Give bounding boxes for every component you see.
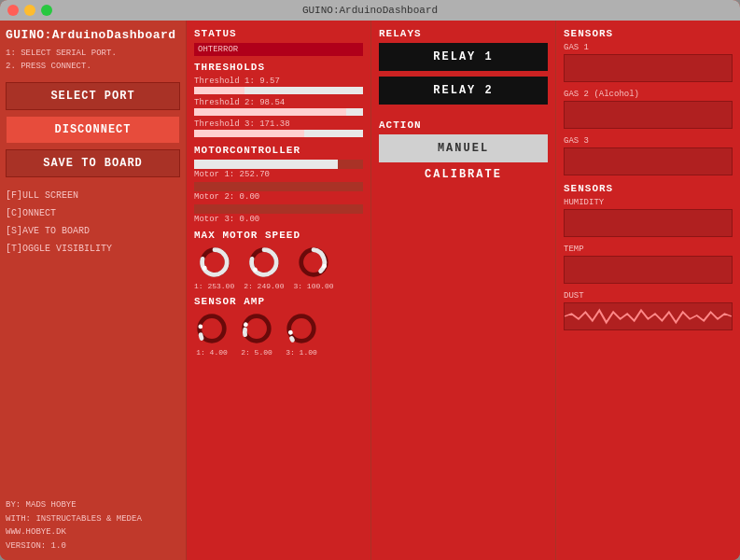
motor-2: Motor 2: 0.00 (194, 182, 363, 202)
select-port-button[interactable]: SELECT PORT (6, 82, 180, 110)
sidebar-subtitle: 1: SELECT SERIAL PORT. 2. PRESS CONNECT. (6, 48, 180, 73)
titlebar: GUINO:ArduinoDashboard (0, 0, 740, 21)
max-motor-knobs: 1: 253.00 2: 249.00 (194, 245, 363, 290)
sensor-knob-3[interactable]: 3: 1.00 (284, 311, 319, 357)
temp-container: TEMP (564, 245, 733, 284)
menu-fullscreen[interactable]: [F]ULL SCREEN (6, 187, 180, 204)
sensor-knob-2[interactable]: 2: 5.00 (239, 311, 274, 357)
sidebar: GUINO:ArduinoDashboard 1: SELECT SERIAL … (0, 21, 187, 560)
motor-knob-1[interactable]: 1: 253.00 (194, 245, 234, 290)
dust-bar (564, 302, 733, 330)
motor-knob-3-label: 3: 100.00 (293, 282, 333, 290)
sensor-knob-1[interactable]: 1: 4.00 (194, 311, 230, 357)
gas3-container: GAS 3 (564, 136, 733, 175)
humidity-container: HUMIDITY (564, 198, 733, 237)
dust-container: DUST (564, 291, 733, 330)
gas2-bar (564, 101, 733, 129)
minimize-button[interactable] (24, 5, 35, 16)
svg-point-8 (244, 316, 270, 342)
relay2-button[interactable]: RELAY 2 (379, 77, 548, 105)
threshold-3-bar (194, 130, 363, 137)
temp-label: TEMP (564, 245, 733, 254)
relay1-button[interactable]: RELAY 1 (379, 43, 548, 71)
sidebar-title: GUINO:ArduinoDashboard (6, 28, 180, 42)
sensor-knob-1-label: 1: 4.00 (196, 348, 228, 357)
sensors-title: SENSORS (564, 28, 733, 39)
temp-bar (564, 256, 733, 284)
thresholds-title: THRESHOLDS (194, 62, 363, 73)
threshold-2-bar (194, 108, 363, 116)
disconnect-button[interactable]: DISCONNECT (6, 116, 180, 144)
status-error: OHTERROR (194, 43, 363, 56)
threshold-1: Threshold 1: 9.57 (194, 77, 363, 94)
action-title: ACTION (379, 119, 548, 131)
sensors-panel: SENSORS GAS 1 GAS 2 (Alcohol) GAS 3 SENS… (556, 21, 740, 560)
motor-knob-1-label: 1: 253.00 (194, 282, 234, 290)
threshold-3: Threshold 3: 171.38 (194, 119, 363, 137)
max-motor-title: MAX MOTOR SPEED (194, 230, 363, 241)
motor-knob-2-label: 2: 249.00 (244, 282, 284, 290)
gas1-label: GAS 1 (564, 43, 733, 52)
status-title: STATUS (194, 28, 363, 39)
menu-connect[interactable]: [C]ONNECT (6, 204, 180, 222)
main-window: GUINO:ArduinoDashboard GUINO:ArduinoDash… (0, 0, 740, 560)
gas2-container: GAS 2 (Alcohol) (564, 90, 733, 129)
gas3-label: GAS 3 (564, 136, 733, 146)
gas2-label: GAS 2 (Alcohol) (564, 90, 733, 99)
humidity-label: HUMIDITY (564, 198, 733, 207)
threshold-1-label: Threshold 1: 9.57 (194, 77, 363, 86)
main-area: STATUS OHTERROR THRESHOLDS Threshold 1: … (187, 21, 740, 560)
threshold-3-label: Threshold 3: 171.38 (194, 119, 363, 129)
motor-knob-2[interactable]: 2: 249.00 (244, 245, 284, 290)
sensor-amp-knobs: 1: 4.00 2: 5.00 (194, 311, 363, 357)
sidebar-footer: BY: MADS HOBYE WITH: INSTRUCTABLES & MED… (6, 498, 180, 553)
manuel-button[interactable]: MANUEL (379, 134, 548, 162)
threshold-1-bar (194, 87, 363, 94)
env-sensors-title: SENSORS (564, 183, 733, 194)
gas1-container: GAS 1 (564, 43, 733, 82)
titlebar-title: GUINO:ArduinoDashboard (302, 5, 438, 16)
sidebar-menu: [F]ULL SCREEN [C]ONNECT [S]AVE TO BOARD … (6, 187, 180, 258)
status-panel: STATUS OHTERROR THRESHOLDS Threshold 1: … (187, 21, 371, 560)
relays-title: RELAYS (379, 28, 548, 39)
close-button[interactable] (7, 5, 19, 16)
threshold-2: Threshold 2: 98.54 (194, 98, 363, 116)
motor-2-label: Motor 2: 0.00 (194, 192, 363, 202)
dust-label: DUST (564, 291, 733, 301)
menu-save-board[interactable]: [S]AVE TO BOARD (6, 222, 180, 240)
sensor-amp-title: SENSOR AMP (194, 296, 363, 307)
motor-1-label: Motor 1: 252.70 (194, 170, 363, 179)
gas3-bar (564, 147, 733, 175)
motor-3-label: Motor 3: 0.00 (194, 215, 363, 224)
motor-3: Motor 3: 0.00 (194, 204, 363, 224)
sensor-knob-2-label: 2: 5.00 (241, 348, 272, 357)
motor-1: Motor 1: 252.70 (194, 160, 363, 179)
gas1-bar (564, 54, 733, 82)
motorcontroller-title: MOTORCONTROLLER (194, 145, 363, 156)
maximize-button[interactable] (41, 5, 52, 16)
menu-toggle-visibility[interactable]: [T]OGGLE VISIBILITY (6, 240, 180, 258)
content-area: GUINO:ArduinoDashboard 1: SELECT SERIAL … (0, 21, 740, 560)
save-to-board-button[interactable]: SAVE TO BOARD (6, 149, 180, 177)
motor-knob-3[interactable]: 3: 100.00 (293, 245, 333, 290)
calibrate-button[interactable]: CALIBRATE (379, 168, 548, 181)
sensor-knob-3-label: 3: 1.00 (286, 348, 317, 357)
relays-panel: RELAYS RELAY 1 RELAY 2 ACTION MANUEL CAL… (371, 21, 556, 560)
humidity-bar (564, 209, 733, 237)
threshold-2-label: Threshold 2: 98.54 (194, 98, 363, 107)
